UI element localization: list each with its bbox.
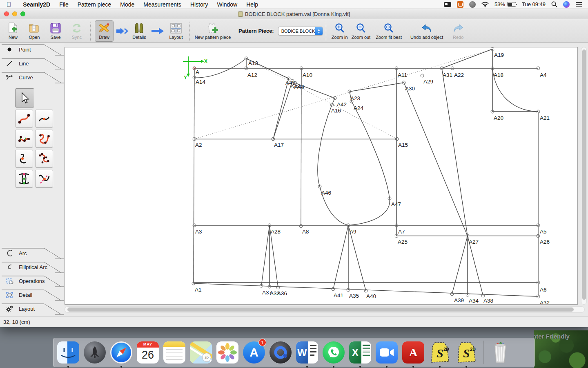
pattern-point-A8[interactable] xyxy=(299,224,303,228)
pattern-point-A34[interactable] xyxy=(466,293,469,296)
pattern-point-A25[interactable] xyxy=(395,234,398,238)
draw-mode-button[interactable]: Draw xyxy=(95,20,114,42)
pattern-point-label-A41[interactable]: A41 xyxy=(334,292,343,298)
sidebar-section-layout[interactable]: Layout xyxy=(0,302,65,316)
pattern-point-label-A29[interactable]: A29 xyxy=(423,79,433,85)
layout-mode-button[interactable]: Layout xyxy=(167,20,185,42)
pattern-point-label-A10[interactable]: A10 xyxy=(303,72,312,78)
menu-mode[interactable]: Mode xyxy=(116,0,139,9)
spline-tool[interactable] xyxy=(15,110,33,128)
sidebar-section-elliptical-arc[interactable]: Elliptical Arc xyxy=(0,260,65,274)
pattern-point-A7[interactable] xyxy=(395,224,398,227)
pattern-point-label-A30[interactable]: A30 xyxy=(405,85,415,92)
display-mirroring-icon[interactable] xyxy=(444,1,451,8)
new-pattern-piece-button[interactable]: New pattern piece xyxy=(194,20,232,42)
dock-word[interactable]: W xyxy=(295,340,319,365)
pattern-point-A35[interactable] xyxy=(347,288,350,292)
sidebar-section-curve[interactable]: Curve xyxy=(0,71,65,85)
pattern-point-label-A11[interactable]: A11 xyxy=(398,72,407,78)
pattern-point-A13[interactable] xyxy=(245,57,248,60)
sidebar-section-line[interactable]: Line xyxy=(0,57,65,71)
pattern-point-label-A[interactable]: A xyxy=(196,69,199,75)
redo-button[interactable]: Redo xyxy=(449,20,468,42)
details-mode-button[interactable]: Details xyxy=(130,20,149,42)
point-along-spline-tool[interactable] xyxy=(15,150,33,168)
horizontal-scrollbar-thumb[interactable] xyxy=(67,307,574,312)
menu-file[interactable]: File xyxy=(55,0,73,9)
pattern-point-A9[interactable] xyxy=(347,224,350,227)
siri-icon[interactable] xyxy=(563,1,570,8)
dock-acrobat[interactable]: A xyxy=(401,340,425,365)
menu-pattern-piece[interactable]: Pattern piece xyxy=(73,0,116,9)
pattern-point-A43[interactable] xyxy=(291,79,294,83)
pattern-point-A46[interactable] xyxy=(318,185,321,188)
pattern-curve[interactable] xyxy=(348,101,390,225)
menubar-clock[interactable]: Tue 09:49 xyxy=(522,1,546,7)
pattern-point-A26[interactable] xyxy=(537,234,540,238)
save-button[interactable]: Save xyxy=(46,20,65,42)
pattern-point-label-A31[interactable]: A31 xyxy=(443,72,452,78)
pattern-point-label-A40[interactable]: A40 xyxy=(366,293,376,299)
pattern-point-label-A3[interactable]: A3 xyxy=(195,229,202,235)
dock-seamly2d-2[interactable]: S2D xyxy=(454,340,479,365)
pattern-curve[interactable] xyxy=(318,105,348,225)
pattern-point-label-A25[interactable]: A25 xyxy=(398,239,408,245)
undo-button[interactable]: Undo add object xyxy=(407,20,446,42)
open-button[interactable]: Open xyxy=(25,20,44,42)
pattern-point-A12[interactable] xyxy=(245,67,248,70)
battery-indicator[interactable]: 53% xyxy=(494,1,516,7)
pattern-point-label-A6[interactable]: A6 xyxy=(540,287,547,293)
pattern-point-label-A8[interactable]: A8 xyxy=(302,229,309,235)
pattern-point-A27[interactable] xyxy=(466,234,469,238)
pattern-point-label-A47[interactable]: A47 xyxy=(391,201,401,207)
dock-photos[interactable] xyxy=(215,340,240,365)
pattern-point-A15[interactable] xyxy=(395,137,399,141)
window-titlebar[interactable]: BODICE BLOCK pattern.val [Donna King.vit… xyxy=(0,9,588,19)
spline-path-tool[interactable] xyxy=(15,130,33,148)
horizontal-scrollbar[interactable] xyxy=(65,306,585,313)
pattern-point-A23[interactable] xyxy=(348,90,351,93)
zoom-in-button[interactable]: Zoom in xyxy=(330,20,349,42)
pattern-point-label-A5[interactable]: A5 xyxy=(540,229,547,235)
pattern-point-A24[interactable] xyxy=(350,100,353,103)
dock-maps[interactable]: 3D xyxy=(189,340,213,365)
sidebar-section-point[interactable]: Point xyxy=(0,43,65,57)
sync-button[interactable]: Sync xyxy=(67,20,86,42)
pattern-point-label-A17[interactable]: A17 xyxy=(274,142,284,148)
dock-excel[interactable]: X xyxy=(348,340,372,365)
drawing-canvas[interactable]: XYAA14A13A12A10A11A31A22A18A4A19A29A30A4… xyxy=(65,47,578,305)
dock-safari[interactable] xyxy=(109,340,134,365)
pattern-point-A21[interactable] xyxy=(537,110,540,113)
pattern-point-A30[interactable] xyxy=(402,81,405,84)
pattern-point-label-A36[interactable]: A36 xyxy=(277,290,287,296)
pattern-point-label-A27[interactable]: A27 xyxy=(469,239,479,245)
pattern-point-label-A28[interactable]: A28 xyxy=(271,229,281,235)
pattern-point-A31[interactable] xyxy=(440,67,443,70)
spline-point-tool[interactable] xyxy=(35,110,53,128)
pattern-point-label-A2[interactable]: A2 xyxy=(195,142,202,148)
vertical-scrollbar-thumb[interactable] xyxy=(582,49,586,300)
apple-menu-icon[interactable]:  xyxy=(7,1,11,8)
pattern-point-A37[interactable] xyxy=(260,284,263,287)
sidebar-section-operations[interactable]: Operations xyxy=(0,274,65,288)
pattern-point-label-A7[interactable]: A7 xyxy=(398,229,405,235)
menu-measurements[interactable]: Measurements xyxy=(139,0,186,9)
dock-seamly2d[interactable]: S2D xyxy=(428,340,452,365)
dock-calendar[interactable]: MAY 26 xyxy=(136,340,160,365)
pattern-point-A33[interactable] xyxy=(268,285,271,288)
spotlight-icon[interactable] xyxy=(551,1,557,8)
pattern-point-label-A14[interactable]: A14 xyxy=(196,79,206,85)
pattern-point-A20[interactable] xyxy=(491,110,494,113)
pattern-point-A29[interactable] xyxy=(421,74,424,77)
pattern-point-label-A39[interactable]: A39 xyxy=(454,297,464,303)
menu-window[interactable]: Window xyxy=(212,0,242,9)
pattern-point-A38[interactable] xyxy=(481,294,485,297)
cubic-bezier-tool[interactable] xyxy=(35,130,53,148)
pattern-point-label-A1[interactable]: A1 xyxy=(195,287,202,293)
pattern-point-label-A19[interactable]: A19 xyxy=(494,52,504,58)
dock-zoom[interactable] xyxy=(374,340,399,365)
pattern-point-A41[interactable] xyxy=(332,287,335,291)
pattern-point-A36[interactable] xyxy=(276,286,280,289)
pattern-point-A40[interactable] xyxy=(364,289,368,292)
pattern-point-label-A42[interactable]: A42 xyxy=(337,101,347,108)
